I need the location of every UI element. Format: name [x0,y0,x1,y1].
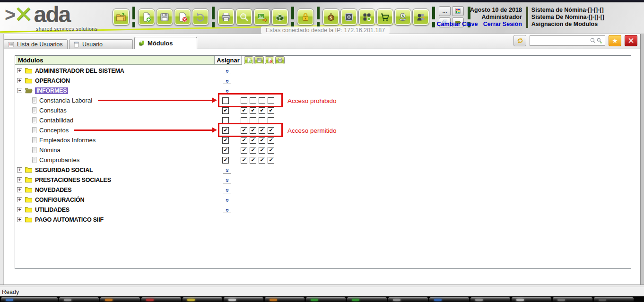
new-document-mini-button[interactable] [244,56,253,64]
delete-document-mini-button[interactable] [265,56,274,64]
checkbox-checked[interactable]: ✔ [259,137,265,144]
taskbar-item[interactable] [183,297,222,302]
assign-all-link[interactable]: « [223,186,231,193]
expand-toggle[interactable]: + [17,68,22,73]
taskbar-item[interactable] [388,297,428,302]
group-label[interactable]: PRESTACIONES SOCIALES [35,177,111,183]
hand-payment-button[interactable]: $ [394,9,411,26]
windows-taskbar[interactable] [0,296,644,302]
search-button[interactable] [235,9,252,26]
assign-all-link[interactable]: « [223,206,231,213]
checkbox-unchecked[interactable] [268,117,274,124]
checkbox-checked[interactable]: ✔ [268,127,274,134]
taskbar-item[interactable] [59,297,99,302]
tree-group-row[interactable]: +ADMINISTRADOR DEL SISTEMA« [15,66,631,76]
tree-group-row[interactable]: −INFORMES« [15,86,631,95]
expand-toggle[interactable]: + [17,167,22,173]
assign-all-link[interactable]: « [223,196,231,203]
checkbox-checked[interactable]: ✔ [250,137,256,144]
search-next-icon[interactable] [596,37,603,44]
expand-toggle[interactable]: + [17,187,22,192]
taskbar-item[interactable] [265,297,305,302]
tab-lista-de-usuarios[interactable]: Lista de Usuarios [4,39,68,49]
item-label[interactable]: Contabilidad [39,117,73,124]
new-document-button[interactable] [138,9,155,26]
tree-group-row[interactable]: +NOVEDADES« [15,185,631,195]
item-label[interactable]: Consultas [39,107,67,114]
checkbox-checked[interactable]: ✔ [241,137,247,144]
open-folder-button[interactable] [113,9,130,26]
tab-módulos[interactable]: Módulos [134,37,197,49]
item-label[interactable]: Constancia Laboral [39,97,92,104]
safe-button[interactable] [340,9,357,26]
users-button[interactable] [412,9,429,26]
checkbox-unchecked[interactable] [250,117,256,124]
checkbox-unchecked[interactable] [222,117,229,124]
export-image-button[interactable] [253,9,270,26]
taskbar-item[interactable] [470,297,510,302]
assign-all-link[interactable]: « [223,77,231,84]
lock-button[interactable] [297,9,314,26]
checkbox-checked[interactable]: ✔ [241,157,247,164]
checkbox-checked[interactable]: ✔ [222,137,229,144]
group-label[interactable]: SEGURIDAD SOCIAL [35,167,93,173]
delete-document-button[interactable] [174,9,191,26]
search-icon[interactable] [590,37,596,44]
undo-button[interactable] [192,9,209,26]
checkbox-unchecked[interactable] [259,117,265,124]
tree-item-row[interactable]: Constancia LaboralAcceso prohibido [15,95,631,105]
checkbox-checked[interactable]: ✔ [250,127,256,134]
taskbar-item[interactable] [100,297,140,302]
item-label[interactable]: Nómina [39,147,61,154]
checkbox-checked[interactable]: ✔ [222,107,229,114]
tree-group-row[interactable]: +CONFIGURACIÓN« [15,195,631,205]
checkbox-checked[interactable]: ✔ [250,107,256,114]
print-button[interactable] [218,9,235,26]
checkbox-checked[interactable]: ✔ [222,147,229,154]
tree-group-row[interactable]: +PRESTACIONES SOCIALES« [15,175,631,185]
tree-item-row[interactable]: Empleados Informes✔✔✔✔✔ [15,135,631,145]
taskbar-item[interactable] [1,297,58,302]
checkbox-checked[interactable]: ✔ [268,147,274,154]
close-tab-button[interactable]: ✕ [625,35,637,46]
tree-group-row[interactable]: +SEGURIDAD SOCIAL« [15,165,631,175]
save-button[interactable] [156,9,173,26]
checkbox-unchecked[interactable] [222,97,229,104]
checkbox-checked[interactable]: ✔ [222,127,229,134]
group-label[interactable]: PAGO AUTOMATICO SIIF [35,216,104,223]
money-bag-button[interactable]: $ [322,9,339,26]
assign-all-link[interactable]: « [223,176,231,183]
checkbox-checked[interactable]: ✔ [222,157,229,164]
tab-usuario[interactable]: Usuario [69,39,133,49]
shopping-cart-button[interactable] [376,9,393,26]
taskbar-item[interactable] [512,297,551,302]
group-label[interactable]: OPERACION [35,78,70,84]
taskbar-item[interactable] [347,297,387,302]
checkbox-unchecked[interactable] [259,97,265,104]
expand-toggle[interactable]: + [17,217,22,222]
assign-all-link[interactable]: « [223,86,231,94]
collapse-toggle[interactable]: − [17,88,22,93]
tree-item-row[interactable]: Nómina✔✔✔✔✔ [15,145,631,155]
taskbar-item[interactable] [429,297,469,302]
tree-group-row[interactable]: +UTILIDADES« [15,205,631,215]
group-label[interactable]: UTILIDADES [35,207,70,213]
checkbox-checked[interactable]: ✔ [250,147,256,154]
taskbar-item[interactable] [553,297,592,302]
taskbar-item[interactable] [141,297,181,302]
checkbox-checked[interactable]: ✔ [268,157,274,164]
expand-toggle[interactable]: + [17,177,22,182]
checkbox-unchecked[interactable] [268,97,274,104]
checkbox-checked[interactable]: ✔ [259,127,265,134]
expand-toggle[interactable]: + [17,197,22,202]
refresh-button[interactable] [513,35,526,46]
checkbox-checked[interactable]: ✔ [268,107,274,114]
expand-toggle[interactable]: + [17,207,22,212]
tree-group-row[interactable]: +OPERACION« [15,76,631,86]
modules-grid-button[interactable] [358,9,375,26]
group-label[interactable]: NOVEDADES [35,187,71,193]
tree-item-row[interactable]: Conceptos✔✔✔✔✔Acceso permitido [15,125,631,135]
checkbox-checked[interactable]: ✔ [259,147,265,154]
checkbox-unchecked[interactable] [241,117,247,124]
taskbar-item[interactable] [594,297,634,302]
